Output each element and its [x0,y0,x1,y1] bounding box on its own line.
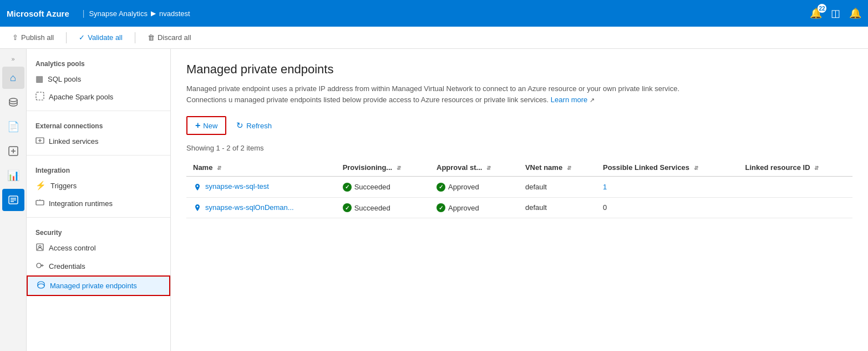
content-area: Managed private endpoints Managed privat… [171,49,868,351]
sidebar-item-triggers[interactable]: ⚡ Triggers [27,177,170,194]
external-link-icon: ↗ [590,97,595,103]
icon-rail: » ⌂ 📄 📊 [0,49,27,351]
linked-count-value[interactable]: 1 [603,183,607,191]
triggers-icon: ⚡ [35,180,46,190]
plus-icon: + [195,121,200,131]
validate-all-button[interactable]: ✓ Validate all [75,31,126,44]
sort-linked-resource-icon[interactable]: ⇵ [814,165,819,171]
spark-pools-icon [35,92,44,102]
sort-approval-icon[interactable]: ⇵ [486,165,491,171]
cell-possible-linked-services: 0 [596,197,739,218]
main-layout: » ⌂ 📄 📊 Analytics pools ▦ [0,49,868,351]
provisioning-text: Succeeded [354,183,390,191]
sidebar: Analytics pools ▦ SQL pools Apache Spark… [27,49,171,351]
sort-provisioning-icon[interactable]: ⇵ [397,165,401,171]
col-possible-linked-label: Possible Linked Services [603,163,689,172]
discard-all-label: Discard all [158,33,191,42]
items-count: Showing 1 - 2 of 2 items [186,144,852,152]
integrate-icon[interactable] [2,140,24,162]
manage-icon[interactable] [2,189,24,211]
monitor-icon[interactable]: 📊 [2,164,24,187]
notification-badge: 22 [818,4,826,13]
service-label: Synapse Analytics [89,9,148,18]
provisioning-status: Succeeded [343,183,390,192]
top-nav-icons: 🔔 22 ◫ 🔔 [810,7,861,19]
provisioning-dot [343,203,352,212]
access-control-label: Access control [49,244,96,252]
nav-separator: | [83,9,85,18]
analytics-pools-section: Analytics pools [27,53,170,70]
col-header-name[interactable]: Name ⇵ [186,159,336,177]
sort-vnet-icon[interactable]: ⇵ [567,165,571,171]
sidebar-item-access-control[interactable]: Access control [27,239,170,257]
endpoint-name-link[interactable]: synapse-ws-sql-test [193,182,269,190]
triggers-label: Triggers [50,182,77,190]
home-icon[interactable]: ⌂ [2,67,24,89]
col-header-provisioning[interactable]: Provisioning... ⇵ [336,159,430,177]
cell-linked-resource-id [739,197,852,218]
data-icon[interactable] [2,91,24,113]
provisioning-text: Succeeded [354,204,390,212]
sidebar-item-credentials[interactable]: Credentials [27,257,170,275]
sidebar-item-linked-services[interactable]: Linked services [27,132,170,151]
svg-point-9 [38,284,44,288]
sidebar-item-sql-pools[interactable]: ▦ SQL pools [27,70,170,88]
col-approval-label: Approval st... [436,163,482,172]
new-button[interactable]: + New [186,116,226,135]
description-text: Managed private endpoint uses a private … [186,84,679,104]
cell-name: synapse-ws-sqlOnDeman... [186,197,336,218]
svg-point-8 [37,263,41,268]
approval-status: Approved [436,183,479,192]
check-icon: ✓ [79,33,85,42]
upload-icon: ⇧ [12,33,18,42]
linked-services-label: Linked services [49,137,99,146]
table-row: synapse-ws-sqlOnDeman... Succeeded Appro… [186,197,852,218]
sidebar-item-apache-spark-pools[interactable]: Apache Spark pools [27,88,170,106]
notifications-icon[interactable]: 🔔 22 [810,7,822,19]
publish-all-button[interactable]: ⇧ Publish all [9,31,57,44]
sidebar-divider-1 [27,111,170,111]
sidebar-item-integration-runtimes[interactable]: Integration runtimes [27,194,170,213]
rail-expand-button[interactable]: » [9,53,17,64]
col-header-linked-resource[interactable]: Linked resource ID ⇵ [739,159,852,177]
col-provisioning-label: Provisioning... [343,163,393,172]
svg-rect-5 [36,200,44,205]
col-vnet-label: VNet name [525,163,562,172]
cell-name: synapse-ws-sql-test [186,177,336,198]
credentials-icon [35,261,44,272]
svg-point-10 [197,185,199,187]
col-linked-resource-label: Linked resource ID [745,163,810,172]
provisioning-status: Succeeded [343,203,390,212]
endpoint-name-link[interactable]: synapse-ws-sqlOnDeman... [193,203,294,212]
cell-approval: Approved [430,197,519,218]
credentials-label: Credentials [49,262,85,270]
refresh-button[interactable]: ↻ Refresh [231,117,277,134]
data-table: Name ⇵ Provisioning... ⇵ Approval st... … [186,159,852,218]
approval-text: Approved [448,183,479,191]
top-nav: Microsoft Azure | Synapse Analytics ▶ nv… [0,0,868,27]
col-header-vnet[interactable]: VNet name ⇵ [519,159,596,177]
toolbar-separator-1 [66,32,67,43]
toolbar-separator-2 [135,32,135,43]
sort-name-icon[interactable]: ⇵ [217,165,221,171]
portal-icon[interactable]: ◫ [831,7,840,19]
page-description: Managed private endpoint uses a private … [186,83,686,105]
brand-label: Microsoft Azure [7,9,69,18]
toolbar: ⇧ Publish all ✓ Validate all 🗑 Discard a… [0,27,868,49]
table-header-row: Name ⇵ Provisioning... ⇵ Approval st... … [186,159,852,177]
col-header-possible-linked[interactable]: Possible Linked Services ⇵ [596,159,739,177]
sidebar-item-managed-private-endpoints[interactable]: Managed private endpoints [27,275,170,296]
col-name-label: Name [193,163,212,172]
develop-icon[interactable]: 📄 [2,116,24,138]
table-row: synapse-ws-sql-test Succeeded Approved d… [186,177,852,198]
page-title: Managed private endpoints [186,62,852,77]
col-header-approval[interactable]: Approval st... ⇵ [430,159,519,177]
svg-rect-3 [36,92,44,100]
sort-possible-linked-icon[interactable]: ⇵ [694,165,698,171]
alerts-icon[interactable]: 🔔 [849,7,861,19]
endpoint-icon [193,203,202,212]
nav-arrow: ▶ [151,9,156,17]
learn-more-link[interactable]: Learn more [551,96,587,104]
access-control-icon [35,243,44,253]
discard-all-button[interactable]: 🗑 Discard all [144,31,195,44]
